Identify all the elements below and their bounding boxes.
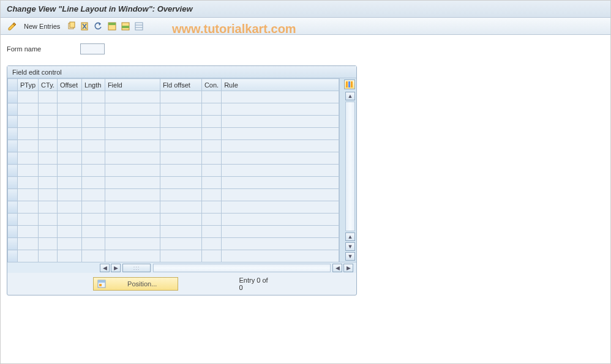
deselect-icon[interactable]	[133, 21, 144, 32]
panel-bottom-bar: Position... Entry 0 of 0	[7, 273, 356, 295]
scroll-left-icon[interactable]: ◀	[100, 264, 110, 272]
position-button[interactable]: Position...	[93, 277, 178, 291]
table-row[interactable]	[8, 238, 339, 250]
table-row[interactable]	[8, 226, 339, 238]
vertical-scroll-track[interactable]	[345, 102, 355, 231]
title-bar: Change View "Line Layout in Window": Ove…	[1, 1, 610, 18]
grid-header-row: PTyp CTy. Offset Lngth Field Fld offset …	[8, 79, 339, 91]
svg-rect-7	[135, 23, 143, 30]
form-name-input[interactable]	[80, 43, 105, 54]
table-row[interactable]	[8, 91, 339, 103]
pencil-icon[interactable]	[7, 21, 18, 32]
new-entries-button[interactable]: New Entries	[20, 21, 64, 32]
panel-title: Field edit control	[7, 66, 356, 78]
table-row[interactable]	[8, 189, 339, 201]
configure-columns-icon[interactable]	[344, 80, 355, 89]
horizontal-scroll-area: ◀ ▶ ::: ◀ ▶	[7, 262, 356, 273]
row-select-header[interactable]	[8, 79, 18, 91]
vertical-scroll-area: ▲ ▲ ▼ ▼	[339, 78, 356, 262]
col-rule[interactable]: Rule	[222, 79, 339, 91]
position-icon	[97, 280, 106, 288]
scroll-up-icon[interactable]: ▲	[345, 92, 355, 100]
form-name-row: Form name	[7, 43, 604, 54]
scroll-left2-icon[interactable]: ◀	[332, 264, 342, 272]
form-name-label: Form name	[7, 45, 80, 53]
horizontal-scroll-track[interactable]	[153, 264, 331, 272]
table-row[interactable]	[8, 201, 339, 214]
toolbar: New Entries	[1, 18, 610, 35]
copy-icon[interactable]	[66, 21, 77, 32]
svg-rect-4	[108, 23, 116, 25]
table-row[interactable]	[8, 165, 339, 177]
entry-status: Entry 0 of 0	[239, 277, 271, 291]
svg-rect-12	[348, 81, 350, 87]
col-ptyp[interactable]: PTyp	[18, 79, 39, 91]
col-con[interactable]: Con.	[201, 79, 221, 91]
scroll-down2-icon[interactable]: ▼	[345, 252, 355, 261]
position-button-label: Position...	[111, 280, 174, 288]
table-row[interactable]	[8, 103, 339, 116]
delete-icon[interactable]	[80, 21, 91, 32]
undo-icon[interactable]	[93, 21, 104, 32]
col-fldoffset[interactable]: Fld offset	[160, 79, 201, 91]
col-length[interactable]: Lngth	[81, 79, 105, 91]
table-row[interactable]	[8, 177, 339, 189]
svg-rect-15	[98, 280, 105, 283]
svg-rect-11	[346, 81, 348, 87]
col-field[interactable]: Field	[105, 79, 160, 91]
table-row[interactable]	[8, 128, 339, 140]
svg-rect-16	[99, 284, 102, 286]
scroll-right2-icon[interactable]: ▶	[343, 264, 353, 272]
table-row[interactable]	[8, 250, 339, 262]
scroll-down-icon[interactable]: ▼	[345, 242, 355, 251]
table-row[interactable]	[8, 214, 339, 226]
svg-rect-13	[351, 81, 353, 87]
horizontal-scroll-thumb[interactable]: :::	[122, 264, 151, 272]
scroll-up2-icon[interactable]: ▲	[345, 232, 355, 241]
col-cty[interactable]: CTy.	[39, 79, 58, 91]
grid-table: PTyp CTy. Offset Lngth Field Fld offset …	[7, 78, 339, 262]
scroll-right-icon[interactable]: ▶	[111, 264, 121, 272]
table-row[interactable]	[8, 152, 339, 165]
page-title: Change View "Line Layout in Window": Ove…	[7, 4, 193, 13]
field-edit-panel: Field edit control PTyp CTy. Offset Lngt…	[7, 65, 357, 295]
col-offset[interactable]: Offset	[57, 79, 81, 91]
select-block-icon[interactable]	[120, 21, 131, 32]
svg-rect-6	[122, 26, 129, 28]
select-all-icon[interactable]	[107, 21, 118, 32]
table-row[interactable]	[8, 116, 339, 128]
svg-rect-1	[70, 22, 75, 28]
table-row[interactable]	[8, 140, 339, 152]
